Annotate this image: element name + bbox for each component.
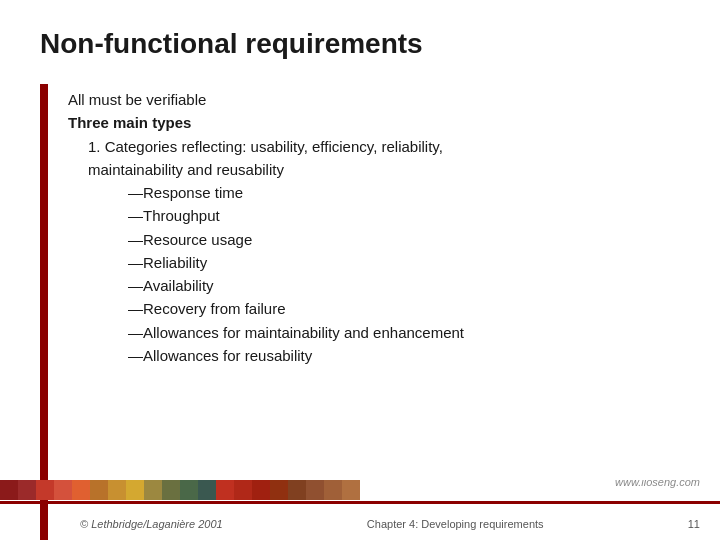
color-block-8: [144, 480, 162, 500]
main-content: All must be verifiableThree main types1.…: [48, 84, 720, 540]
color-block-0: [0, 480, 18, 500]
color-block-3: [54, 480, 72, 500]
color-block-15: [270, 480, 288, 500]
bottom-section: www.lloseng.com © Lethbridge/Laganière 2…: [0, 480, 720, 540]
color-block-19: [342, 480, 360, 500]
content-line-0: All must be verifiable: [68, 88, 680, 111]
content-area: All must be verifiableThree main types1.…: [0, 76, 720, 540]
color-block-17: [306, 480, 324, 500]
footer-chapter: Chapter 4: Developing requirements: [223, 518, 688, 530]
left-border-decoration: [40, 84, 48, 540]
footer-copyright: © Lethbridge/Laganière 2001: [80, 518, 223, 530]
color-block-12: [216, 480, 234, 500]
content-line-1: Three main types: [68, 111, 680, 134]
color-block-11: [198, 480, 216, 500]
content-line-8: —Availability: [68, 274, 680, 297]
color-block-13: [234, 480, 252, 500]
bottom-decoration: www.lloseng.com: [0, 480, 720, 540]
content-line-2: 1. Categories reflecting: usability, eff…: [68, 135, 680, 158]
color-block-2: [36, 480, 54, 500]
footer-page: 11: [688, 518, 700, 530]
content-line-4: —Response time: [68, 181, 680, 204]
content-line-7: —Reliability: [68, 251, 680, 274]
color-block-18: [324, 480, 342, 500]
footer: © Lethbridge/Laganière 2001 Chapter 4: D…: [0, 518, 720, 530]
footer-website: www.lloseng.com: [615, 480, 700, 488]
color-block-9: [162, 480, 180, 500]
color-blocks: [0, 480, 360, 500]
content-line-11: —Allowances for reusability: [68, 344, 680, 367]
content-line-3: maintainability and reusability: [68, 158, 680, 181]
color-block-4: [72, 480, 90, 500]
color-block-16: [288, 480, 306, 500]
content-line-10: —Allowances for maintainability and enha…: [68, 321, 680, 344]
content-line-5: —Throughput: [68, 204, 680, 227]
color-block-6: [108, 480, 126, 500]
content-line-9: —Recovery from failure: [68, 297, 680, 320]
slide: Non-functional requirements All must be …: [0, 0, 720, 540]
slide-title: Non-functional requirements: [0, 0, 720, 76]
color-block-10: [180, 480, 198, 500]
color-block-14: [252, 480, 270, 500]
color-block-1: [18, 480, 36, 500]
color-block-5: [90, 480, 108, 500]
content-line-6: —Resource usage: [68, 228, 680, 251]
color-block-7: [126, 480, 144, 500]
footer-bar: [0, 501, 720, 504]
